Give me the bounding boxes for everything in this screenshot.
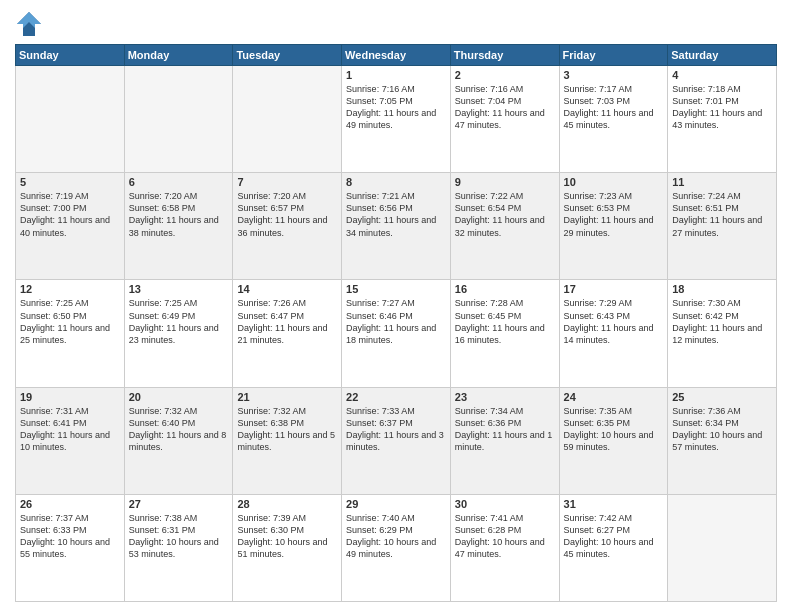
day-cell: 24Sunrise: 7:35 AMSunset: 6:35 PMDayligh… — [559, 387, 668, 494]
day-info: Sunrise: 7:22 AMSunset: 6:54 PMDaylight:… — [455, 190, 555, 239]
header-wednesday: Wednesday — [342, 45, 451, 66]
day-info: Sunrise: 7:20 AMSunset: 6:58 PMDaylight:… — [129, 190, 229, 239]
day-number: 6 — [129, 176, 229, 188]
day-cell: 14Sunrise: 7:26 AMSunset: 6:47 PMDayligh… — [233, 280, 342, 387]
day-number: 13 — [129, 283, 229, 295]
day-info: Sunrise: 7:24 AMSunset: 6:51 PMDaylight:… — [672, 190, 772, 239]
week-row-2: 5Sunrise: 7:19 AMSunset: 7:00 PMDaylight… — [16, 173, 777, 280]
day-info: Sunrise: 7:40 AMSunset: 6:29 PMDaylight:… — [346, 512, 446, 561]
day-cell: 22Sunrise: 7:33 AMSunset: 6:37 PMDayligh… — [342, 387, 451, 494]
day-number: 25 — [672, 391, 772, 403]
day-info: Sunrise: 7:42 AMSunset: 6:27 PMDaylight:… — [564, 512, 664, 561]
day-number: 26 — [20, 498, 120, 510]
day-number: 18 — [672, 283, 772, 295]
week-row-1: 1Sunrise: 7:16 AMSunset: 7:05 PMDaylight… — [16, 66, 777, 173]
day-cell — [124, 66, 233, 173]
day-info: Sunrise: 7:19 AMSunset: 7:00 PMDaylight:… — [20, 190, 120, 239]
day-cell: 7Sunrise: 7:20 AMSunset: 6:57 PMDaylight… — [233, 173, 342, 280]
day-info: Sunrise: 7:32 AMSunset: 6:40 PMDaylight:… — [129, 405, 229, 454]
day-cell: 17Sunrise: 7:29 AMSunset: 6:43 PMDayligh… — [559, 280, 668, 387]
day-info: Sunrise: 7:23 AMSunset: 6:53 PMDaylight:… — [564, 190, 664, 239]
day-info: Sunrise: 7:26 AMSunset: 6:47 PMDaylight:… — [237, 297, 337, 346]
logo — [15, 10, 47, 38]
day-cell: 16Sunrise: 7:28 AMSunset: 6:45 PMDayligh… — [450, 280, 559, 387]
day-info: Sunrise: 7:25 AMSunset: 6:49 PMDaylight:… — [129, 297, 229, 346]
day-number: 10 — [564, 176, 664, 188]
day-cell: 30Sunrise: 7:41 AMSunset: 6:28 PMDayligh… — [450, 494, 559, 601]
page: SundayMondayTuesdayWednesdayThursdayFrid… — [0, 0, 792, 612]
day-number: 23 — [455, 391, 555, 403]
day-number: 15 — [346, 283, 446, 295]
header-tuesday: Tuesday — [233, 45, 342, 66]
header-friday: Friday — [559, 45, 668, 66]
day-cell: 9Sunrise: 7:22 AMSunset: 6:54 PMDaylight… — [450, 173, 559, 280]
day-cell: 15Sunrise: 7:27 AMSunset: 6:46 PMDayligh… — [342, 280, 451, 387]
week-row-3: 12Sunrise: 7:25 AMSunset: 6:50 PMDayligh… — [16, 280, 777, 387]
day-info: Sunrise: 7:35 AMSunset: 6:35 PMDaylight:… — [564, 405, 664, 454]
day-cell: 6Sunrise: 7:20 AMSunset: 6:58 PMDaylight… — [124, 173, 233, 280]
header-saturday: Saturday — [668, 45, 777, 66]
day-cell — [668, 494, 777, 601]
day-number: 28 — [237, 498, 337, 510]
day-cell: 23Sunrise: 7:34 AMSunset: 6:36 PMDayligh… — [450, 387, 559, 494]
day-number: 11 — [672, 176, 772, 188]
header — [15, 10, 777, 38]
day-number: 27 — [129, 498, 229, 510]
day-number: 30 — [455, 498, 555, 510]
day-info: Sunrise: 7:20 AMSunset: 6:57 PMDaylight:… — [237, 190, 337, 239]
day-number: 14 — [237, 283, 337, 295]
calendar-table: SundayMondayTuesdayWednesdayThursdayFrid… — [15, 44, 777, 602]
day-info: Sunrise: 7:37 AMSunset: 6:33 PMDaylight:… — [20, 512, 120, 561]
day-cell: 27Sunrise: 7:38 AMSunset: 6:31 PMDayligh… — [124, 494, 233, 601]
day-cell: 3Sunrise: 7:17 AMSunset: 7:03 PMDaylight… — [559, 66, 668, 173]
day-info: Sunrise: 7:30 AMSunset: 6:42 PMDaylight:… — [672, 297, 772, 346]
day-info: Sunrise: 7:18 AMSunset: 7:01 PMDaylight:… — [672, 83, 772, 132]
day-cell: 20Sunrise: 7:32 AMSunset: 6:40 PMDayligh… — [124, 387, 233, 494]
day-cell — [233, 66, 342, 173]
day-info: Sunrise: 7:16 AMSunset: 7:05 PMDaylight:… — [346, 83, 446, 132]
day-info: Sunrise: 7:29 AMSunset: 6:43 PMDaylight:… — [564, 297, 664, 346]
day-info: Sunrise: 7:17 AMSunset: 7:03 PMDaylight:… — [564, 83, 664, 132]
day-cell: 4Sunrise: 7:18 AMSunset: 7:01 PMDaylight… — [668, 66, 777, 173]
day-info: Sunrise: 7:33 AMSunset: 6:37 PMDaylight:… — [346, 405, 446, 454]
day-number: 16 — [455, 283, 555, 295]
header-monday: Monday — [124, 45, 233, 66]
day-cell: 19Sunrise: 7:31 AMSunset: 6:41 PMDayligh… — [16, 387, 125, 494]
day-cell: 5Sunrise: 7:19 AMSunset: 7:00 PMDaylight… — [16, 173, 125, 280]
day-cell: 26Sunrise: 7:37 AMSunset: 6:33 PMDayligh… — [16, 494, 125, 601]
day-number: 19 — [20, 391, 120, 403]
day-cell: 25Sunrise: 7:36 AMSunset: 6:34 PMDayligh… — [668, 387, 777, 494]
day-number: 29 — [346, 498, 446, 510]
day-info: Sunrise: 7:28 AMSunset: 6:45 PMDaylight:… — [455, 297, 555, 346]
day-number: 3 — [564, 69, 664, 81]
day-info: Sunrise: 7:36 AMSunset: 6:34 PMDaylight:… — [672, 405, 772, 454]
day-cell: 28Sunrise: 7:39 AMSunset: 6:30 PMDayligh… — [233, 494, 342, 601]
day-cell: 31Sunrise: 7:42 AMSunset: 6:27 PMDayligh… — [559, 494, 668, 601]
day-number: 9 — [455, 176, 555, 188]
day-cell: 29Sunrise: 7:40 AMSunset: 6:29 PMDayligh… — [342, 494, 451, 601]
day-number: 17 — [564, 283, 664, 295]
day-cell: 10Sunrise: 7:23 AMSunset: 6:53 PMDayligh… — [559, 173, 668, 280]
day-number: 5 — [20, 176, 120, 188]
day-number: 20 — [129, 391, 229, 403]
day-cell: 1Sunrise: 7:16 AMSunset: 7:05 PMDaylight… — [342, 66, 451, 173]
header-thursday: Thursday — [450, 45, 559, 66]
day-number: 2 — [455, 69, 555, 81]
day-number: 21 — [237, 391, 337, 403]
week-row-5: 26Sunrise: 7:37 AMSunset: 6:33 PMDayligh… — [16, 494, 777, 601]
day-cell: 13Sunrise: 7:25 AMSunset: 6:49 PMDayligh… — [124, 280, 233, 387]
logo-icon — [15, 10, 43, 38]
day-cell — [16, 66, 125, 173]
day-number: 31 — [564, 498, 664, 510]
day-cell: 18Sunrise: 7:30 AMSunset: 6:42 PMDayligh… — [668, 280, 777, 387]
day-info: Sunrise: 7:31 AMSunset: 6:41 PMDaylight:… — [20, 405, 120, 454]
day-number: 24 — [564, 391, 664, 403]
day-cell: 12Sunrise: 7:25 AMSunset: 6:50 PMDayligh… — [16, 280, 125, 387]
day-info: Sunrise: 7:39 AMSunset: 6:30 PMDaylight:… — [237, 512, 337, 561]
day-number: 1 — [346, 69, 446, 81]
day-cell: 21Sunrise: 7:32 AMSunset: 6:38 PMDayligh… — [233, 387, 342, 494]
day-info: Sunrise: 7:34 AMSunset: 6:36 PMDaylight:… — [455, 405, 555, 454]
day-info: Sunrise: 7:38 AMSunset: 6:31 PMDaylight:… — [129, 512, 229, 561]
day-info: Sunrise: 7:27 AMSunset: 6:46 PMDaylight:… — [346, 297, 446, 346]
day-cell: 8Sunrise: 7:21 AMSunset: 6:56 PMDaylight… — [342, 173, 451, 280]
